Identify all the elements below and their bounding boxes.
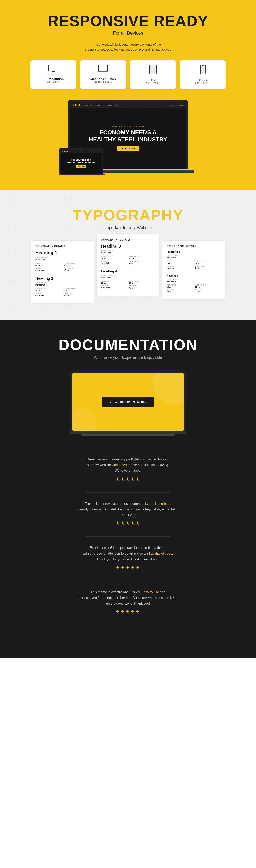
typo-detail-h6: FONT SIZE 20 px LINE HEIGHT 30 px WEIGHT… — [167, 284, 221, 293]
device-card-5k: 5K Resolution 5120 × 2880 px — [30, 60, 76, 89]
svg-rect-1 — [52, 71, 54, 72]
svg-point-7 — [152, 73, 153, 73]
responsive-description: Your work will look better, every elemen… — [4, 42, 252, 52]
heading-3-preview: Heading 3 — [101, 244, 155, 249]
review-stars-2: ★★★★★ — [45, 521, 211, 526]
phone-icon — [186, 65, 219, 76]
typo-card-label-right: Typography details — [167, 245, 221, 247]
device-name-macbook: MacBook 15 inch — [86, 77, 120, 81]
svg-rect-12 — [202, 65, 204, 66]
review-stars-4: ★★★★★ — [45, 609, 211, 615]
typo-detail-h1: FONT SIZE 48 px LINE HEIGHT 52 px WEIGHT… — [35, 262, 89, 271]
svg-rect-0 — [48, 65, 58, 71]
review-item-2: From all the previous themes I bought, t… — [45, 501, 211, 526]
device-res-ipad: 1024 × 768 px — [136, 82, 170, 85]
small-screen-btn: LEARN MORE — [76, 165, 86, 168]
typography-title: TYPOGRAPHY — [4, 207, 252, 224]
review-item-3: Excellent work! It is quite rare for me … — [45, 545, 211, 570]
typo-detail-h4: FONT SIZE 28 px LINE HEIGHT 38 px WEIGHT… — [101, 280, 155, 289]
view-documentation-button[interactable]: VIEW DOCUMENTATION — [102, 397, 154, 407]
responsive-title: RESPONSIVE READY — [4, 12, 252, 30]
svg-rect-8 — [150, 66, 155, 72]
docs-title: DOCUMENTATION — [4, 336, 252, 353]
review-highlight-4: Easy to use — [142, 590, 159, 594]
font-family-val-2: Montserrat — [35, 284, 89, 286]
typography-cards: Typography details Heading 1 FONT FAMILY… — [4, 241, 252, 303]
font-family-label-2: FONT FAMILY — [35, 282, 89, 284]
font-family-val-1: Montserrat — [35, 259, 89, 261]
typo-card-center: Typography details Heading 3 FONT FAMILY… — [97, 234, 159, 296]
device-res-macbook: 2880 × 1900 px — [86, 81, 120, 84]
docs-laptop-mockup: VIEW DOCUMENTATION — [70, 370, 186, 436]
typo-detail-h3: FONT SIZE 32 px LINE HEIGHT 47 px WEIGHT… — [101, 255, 155, 264]
tablet-icon — [136, 65, 170, 76]
review-stars-3: ★★★★★ — [45, 565, 211, 570]
review-item-1: Great theme and great support! We just f… — [45, 457, 211, 482]
heading-2-preview: Heading 2 — [35, 276, 89, 281]
svg-rect-5 — [102, 71, 105, 71]
review-divider-2 — [86, 536, 170, 537]
mockup-logo: ⚡IDEX — [72, 104, 81, 106]
review-stars-1: ★★★★★ — [45, 476, 211, 482]
device-card-iphone: iPhone 960 × 640 px — [180, 60, 226, 89]
device-res-iphone: 960 × 640 px — [186, 82, 219, 85]
screen-hero-title: ECONOMY NEEDS AHEALTHY STEEL INDUSTRY — [89, 129, 167, 143]
typo-card-right: Typography details Heading 5 FONT FAMILY… — [162, 241, 225, 300]
heading-6-preview: Heading 6 — [167, 274, 221, 277]
docs-laptop-container: VIEW DOCUMENTATION — [4, 370, 252, 436]
heading-4-preview: Heading 4 — [101, 270, 155, 273]
typography-subtitle: Important for any Website — [4, 225, 252, 230]
laptop-icon — [86, 65, 120, 75]
small-screen-title: ECONOMY NEEDS AHEALTHY STEEL INDUSTRY — [67, 159, 96, 164]
review-item-4: This theme is exactly what I need. Easy … — [45, 589, 211, 615]
review-highlight-2: one is the best. — [149, 502, 171, 505]
typo-detail-h5: FONT SIZE 24 px LINE HEIGHT 34 px WEIGHT… — [167, 260, 221, 269]
typo-card-label-left: Typography details — [35, 245, 89, 247]
typo-detail-h2: FONT SIZE 36 px LINE HEIGHT 46 px WEIGHT… — [35, 288, 89, 296]
device-card-ipad: iPad 1024 × 768 px — [130, 60, 176, 89]
svg-point-10 — [203, 72, 203, 73]
monitor-icon — [37, 65, 70, 75]
svg-rect-2 — [50, 72, 56, 72]
reviews-section: Great theme and great support! We just f… — [4, 448, 252, 642]
review-highlight-1: with Zidex — [112, 463, 127, 467]
device-cards: 5K Resolution 5120 × 2880 px MacBook 15 … — [4, 60, 252, 89]
review-highlight-3: quality of code. — [151, 552, 173, 555]
device-name-5k: 5K Resolution — [37, 77, 70, 81]
device-name-ipad: iPad — [136, 78, 170, 82]
review-text-1: Great theme and great support! We just f… — [45, 457, 211, 473]
device-name-iphone: iPhone — [186, 78, 219, 82]
small-mockup-logo: ⚡IDEX — [62, 150, 68, 152]
typography-section: TYPOGRAPHY Important for any Website Typ… — [0, 190, 256, 320]
device-res-5k: 5120 × 2880 px — [37, 81, 70, 84]
heading-1-preview: Heading 1 — [35, 250, 89, 255]
screen-cta-btn: LEARN MORE — [117, 146, 140, 151]
review-text-3: Excellent work! It is quite rare for me … — [45, 545, 211, 562]
docs-subtitle: Will make your Experience Enjoyable — [4, 355, 252, 360]
svg-rect-3 — [99, 65, 108, 71]
heading-5-preview: Heading 5 — [167, 250, 221, 253]
small-laptop-mockup: ⚡IDEX SERVICES PROJECTS PAGES INFO ECONO… — [60, 148, 105, 175]
review-text-4: This theme is exactly what I need. Easy … — [45, 589, 211, 607]
review-divider-1 — [86, 492, 170, 493]
responsive-section: RESPONSIVE READY For all Devices Your wo… — [0, 0, 256, 190]
review-text-2: From all the previous themes I bought, t… — [45, 501, 211, 518]
svg-rect-11 — [202, 66, 204, 72]
device-card-macbook: MacBook 15 inch 2880 × 1900 px — [80, 60, 126, 89]
font-family-label-1: FONT FAMILY — [35, 257, 89, 259]
screen-welcome-text: WELCOME TO ZIDEX INDUSTRY — [112, 125, 144, 127]
typo-card-left: Typography details Heading 1 FONT FAMILY… — [31, 241, 94, 303]
documentation-section: DOCUMENTATION Will make your Experience … — [0, 320, 256, 658]
typo-card-label-center: Typography details — [101, 239, 155, 241]
responsive-subtitle: For all Devices — [4, 30, 252, 36]
